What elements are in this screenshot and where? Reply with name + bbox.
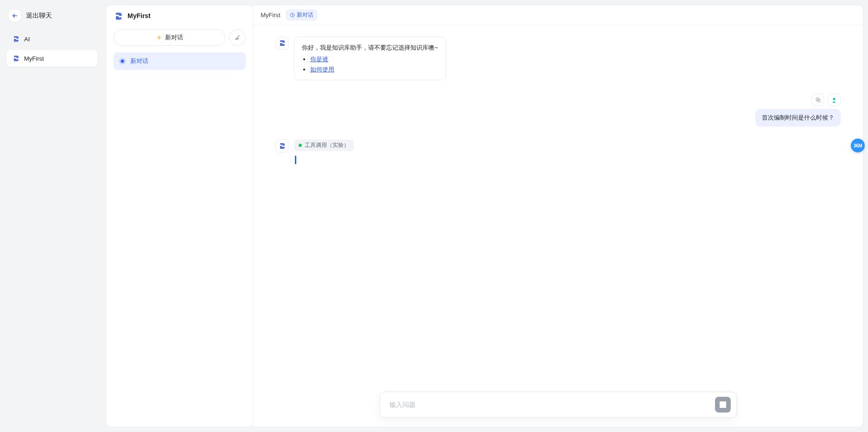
status-dot-icon bbox=[299, 144, 302, 147]
suggested-link[interactable]: 你是谁 bbox=[310, 56, 328, 63]
copy-button[interactable] bbox=[812, 94, 824, 106]
stop-generation-button[interactable] bbox=[715, 397, 731, 413]
assistant-avatar bbox=[275, 37, 288, 50]
chat-input[interactable] bbox=[389, 401, 710, 408]
exit-chat-label: 退出聊天 bbox=[26, 12, 52, 20]
conversation-item-label: 新对话 bbox=[130, 57, 148, 65]
sidebar-item-label: AI bbox=[24, 36, 30, 43]
suggested-link[interactable]: 如何使用 bbox=[310, 66, 334, 73]
chat-body: 你好，我是知识库助手，请不要忘记选择知识库噢~ 你是谁 如何使用 bbox=[253, 25, 863, 427]
assistant-avatar bbox=[275, 140, 288, 152]
sidebar: 退出聊天 AI MyFirst bbox=[0, 0, 104, 432]
welcome-text: 你好，我是知识库助手，请不要忘记选择知识库噢~ bbox=[302, 43, 438, 52]
chat-header: MyFirst 新对话 bbox=[253, 5, 863, 25]
conversation-title: MyFirst bbox=[128, 12, 151, 19]
sidebar-item-label: MyFirst bbox=[24, 55, 44, 62]
memory-badge[interactable]: 36M bbox=[851, 139, 865, 152]
clear-chats-button[interactable] bbox=[229, 29, 246, 46]
back-arrow-icon bbox=[8, 9, 21, 22]
app-logo-icon bbox=[12, 55, 19, 62]
conversation-panel: MyFirst 新对话 bbox=[106, 5, 253, 427]
conversation-item[interactable]: 新对话 bbox=[114, 52, 246, 70]
chat-area: MyFirst 新对话 你好，我是知识库助手，请不要忘记选择知识库噢~ bbox=[253, 5, 863, 427]
user-avatar bbox=[828, 93, 841, 106]
plus-chat-icon bbox=[156, 34, 162, 41]
assistant-streaming-message: 工具调用（实验） bbox=[275, 140, 841, 165]
user-message: 首次编制时间是什么时候？ bbox=[275, 93, 841, 127]
assistant-message-card: 你好，我是知识库助手，请不要忘记选择知识库噢~ 你是谁 如何使用 bbox=[294, 37, 446, 80]
user-message-bubble: 首次编制时间是什么时候？ bbox=[755, 109, 841, 127]
stop-icon bbox=[720, 401, 726, 408]
tool-call-badge: 工具调用（实验） bbox=[294, 140, 354, 151]
typing-caret-icon bbox=[295, 156, 296, 164]
badge-label: 新对话 bbox=[297, 11, 313, 19]
svg-point-0 bbox=[121, 60, 124, 63]
exit-chat-button[interactable]: 退出聊天 bbox=[6, 6, 97, 25]
sidebar-item-ai[interactable]: AI bbox=[6, 31, 97, 47]
app-logo-icon bbox=[12, 35, 19, 43]
new-chat-button[interactable]: 新对话 bbox=[114, 29, 225, 46]
chat-header-title: MyFirst bbox=[261, 12, 281, 19]
sidebar-item-myfirst[interactable]: MyFirst bbox=[6, 50, 97, 67]
chat-input-bar bbox=[380, 392, 737, 418]
new-chat-label: 新对话 bbox=[165, 33, 183, 42]
assistant-message: 你好，我是知识库助手，请不要忘记选择知识库噢~ 你是谁 如何使用 bbox=[275, 37, 841, 80]
app-logo-icon bbox=[114, 12, 122, 20]
clock-icon bbox=[290, 13, 295, 18]
chat-bubble-icon bbox=[119, 58, 126, 64]
tool-call-label: 工具调用（实验） bbox=[305, 141, 349, 149]
new-chat-badge[interactable]: 新对话 bbox=[286, 10, 317, 20]
broom-icon bbox=[234, 34, 241, 41]
